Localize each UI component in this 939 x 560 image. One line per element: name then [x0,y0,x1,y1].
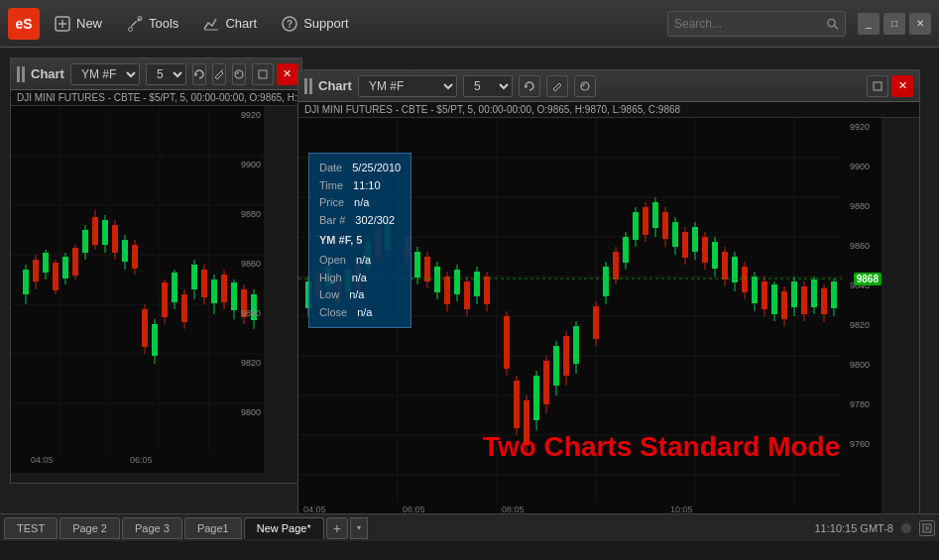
svg-rect-175 [722,252,728,280]
svg-rect-185 [771,284,777,314]
svg-text:9820: 9820 [241,358,261,368]
current-price-value: 9868 [854,273,881,285]
menu-new[interactable]: New [44,9,112,39]
minimize-button[interactable]: _ [858,13,880,35]
chart-period-select-1[interactable]: 5 [146,63,186,85]
chart-svg-1: 9920 9900 9880 9860 9840 9820 9800 04:05… [11,106,264,473]
menubar: eS New Tools C [0,0,939,48]
tools-icon [126,15,144,33]
search-bar[interactable] [667,11,846,37]
close-button[interactable]: ✕ [909,13,931,35]
tab-newpage-label: New Page* [257,522,311,534]
menu-tools-label: Tools [149,16,178,31]
chart-grip-1 [17,66,25,82]
chart-tooltip: Date 5/25/2010 Time 11:10 Price n/a Bar … [308,153,411,328]
chart-label-1: Chart [31,66,64,81]
svg-rect-155 [623,237,629,263]
tab-add-button[interactable]: + [326,517,348,539]
menu-chart[interactable]: Chart [192,9,267,39]
chart-window-1: Chart YM #F 5 ✕ [10,57,302,484]
menu-tools[interactable]: Tools [116,9,188,39]
svg-text:9800: 9800 [850,360,870,370]
svg-rect-137 [524,400,529,445]
chart-symbol-select-2[interactable]: YM #F [358,75,457,97]
chart-1-close[interactable]: ✕ [277,63,298,85]
chart-2-close[interactable]: ✕ [891,75,913,97]
main-area: Chart YM #F 5 ✕ [0,48,939,513]
svg-text:9880: 9880 [241,209,261,219]
svg-rect-159 [643,207,648,235]
svg-text:9920: 9920 [850,122,870,132]
tooltip-close-value: n/a [357,304,372,322]
tab-newpage[interactable]: New Page* [244,517,324,539]
svg-text:9840: 9840 [241,308,261,318]
svg-text:04:05: 04:05 [31,455,54,465]
svg-rect-212 [923,524,931,532]
chart-symbol-select-1[interactable]: YM #F [70,63,140,85]
svg-rect-26 [33,260,39,281]
chart-body-2[interactable]: Date 5/25/2010 Time 11:10 Price n/a Bar … [298,118,881,513]
chart-2-restore[interactable] [867,75,888,97]
svg-line-10 [221,69,223,71]
logo-button[interactable]: eS [8,8,40,40]
svg-rect-163 [662,212,668,239]
svg-rect-34 [72,248,78,276]
svg-rect-125 [454,270,460,294]
tab-page2[interactable]: Page 2 [59,517,120,539]
status-icon [919,520,935,536]
tab-page3[interactable]: Page 3 [122,517,182,539]
chart-refresh-btn-1[interactable] [232,63,246,85]
svg-line-9 [834,25,838,29]
svg-rect-12 [259,70,267,78]
svg-rect-143 [553,346,559,386]
svg-rect-151 [603,267,609,296]
tooltip-low-value: n/a [349,286,364,304]
svg-rect-46 [132,245,138,269]
svg-rect-36 [82,230,88,253]
tab-test-label: TEST [17,522,45,534]
chart-draw-btn-1[interactable] [212,63,226,85]
svg-rect-52 [162,282,168,317]
chart-titlebar-1[interactable]: Chart YM #F 5 ✕ [11,58,301,90]
svg-rect-145 [563,336,569,376]
chart-2-window-controls: ✕ [867,75,913,97]
svg-text:9780: 9780 [850,399,870,409]
svg-rect-139 [533,376,539,420]
svg-rect-56 [181,294,187,322]
svg-rect-179 [742,267,748,292]
tooltip-close-label: Close [319,304,347,322]
svg-text:9760: 9760 [850,439,870,449]
chart-draw-btn-2[interactable] [546,75,568,97]
tab-dropdown-button[interactable]: ▾ [350,517,368,539]
tab-test[interactable]: TEST [4,517,58,539]
svg-rect-183 [762,281,767,309]
chart-refresh-btn-2[interactable] [574,75,596,97]
chart-reload-btn-1[interactable] [192,63,206,85]
svg-rect-167 [682,232,688,258]
svg-rect-54 [172,273,177,302]
tab-page1-label: Page1 [197,522,229,534]
search-input[interactable] [674,17,826,31]
chart-1-restore[interactable] [252,63,274,85]
svg-rect-147 [573,326,579,364]
chart-titlebar-2[interactable]: Chart YM #F 5 ✕ [298,70,919,102]
svg-text:06:05: 06:05 [130,455,153,465]
tooltip-price-value: n/a [354,194,369,212]
chart-period-select-2[interactable]: 5 [463,75,513,97]
svg-rect-129 [474,272,480,296]
tab-page1[interactable]: Page1 [184,517,242,539]
svg-rect-50 [152,324,158,356]
menu-support[interactable]: ? Support [271,9,359,39]
chart-icon [202,15,220,33]
svg-point-8 [828,19,835,26]
svg-rect-123 [444,277,450,304]
chart-body-1[interactable]: 9920 9900 9880 9860 9840 9820 9800 04:05… [11,106,264,473]
svg-rect-197 [831,281,837,308]
svg-text:9920: 9920 [241,110,261,120]
chart-grip-2 [304,78,312,94]
svg-text:08:05: 08:05 [502,504,525,513]
svg-rect-153 [613,252,619,280]
chart-reload-btn-2[interactable] [519,75,540,97]
chart-info-bar-2: DJI MINI FUTURES - CBTE - $5/PT, 5, 00:0… [298,102,919,118]
maximize-button[interactable]: □ [883,13,905,35]
